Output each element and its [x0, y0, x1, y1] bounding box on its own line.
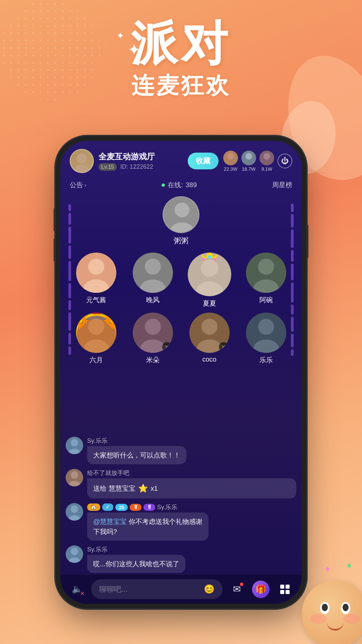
top-user-avatar-3 — [259, 151, 274, 165]
room-level: Lv.15 — [99, 163, 117, 171]
mic-grid-row1: 元气酱 晚风 — [67, 253, 295, 308]
mascot: ♦ ♦ ♦ ♦ — [295, 560, 362, 644]
mic-name-3: 夏夏 — [203, 299, 216, 308]
chat-message-2: 给不了就放手吧 送给 慧慧宝宝 ⭐ x1 — [66, 469, 296, 498]
badge-check: ✓ — [102, 503, 113, 511]
notice-button[interactable]: 公告 › — [70, 180, 86, 190]
room-header: 全麦互动游戏厅 Lv.15 ID: 1222622 收藏 — [60, 141, 302, 178]
sound-wave-right — [286, 193, 299, 366]
badge-home: 🏠 — [87, 503, 100, 511]
collect-button[interactable]: 收藏 — [188, 153, 219, 169]
emoji-icon[interactable]: 😊 — [204, 584, 215, 594]
chat-content-3: 🏠 ✓ 25 🎖 🎖 Sy.乐乐 @慧慧宝宝 你不考虑送我个礼物感谢下我吗? — [87, 503, 296, 541]
mascot-eye-right — [341, 602, 350, 614]
svg-point-9 — [175, 203, 189, 217]
svg-point-39 — [201, 319, 218, 335]
hero-subtitle: 连麦狂欢 — [0, 70, 362, 101]
mic-name-2: 晚风 — [146, 296, 160, 305]
chat-input[interactable]: 聊聊吧... 😊 — [91, 579, 223, 599]
mic-avatar-4 — [246, 253, 286, 293]
svg-point-26 — [258, 259, 274, 275]
header-right: 22.3W 16.7W — [223, 151, 292, 172]
mascot-mouth — [327, 621, 344, 631]
mascot-pupil-right — [343, 604, 349, 611]
svg-point-23 — [201, 259, 218, 277]
power-button[interactable]: ⏻ — [278, 154, 292, 168]
chat-username-2: 给不了就放手吧 — [87, 469, 296, 477]
svg-point-54 — [71, 548, 78, 555]
mic-name-8: 乐乐 — [259, 356, 273, 365]
mic-slot-2[interactable]: 晚风 — [127, 253, 178, 308]
top-user-avatar-1 — [223, 151, 238, 165]
mic-name-5: 六月 — [89, 356, 103, 365]
gift-button[interactable]: 🎁 — [252, 581, 269, 598]
top-user-count-3: 9.1W — [261, 166, 273, 172]
host-slot[interactable]: 粥粥 — [163, 196, 199, 246]
host-slot-name: 粥粥 — [174, 236, 188, 246]
phone-frame: 全麦互动游戏厅 Lv.15 ID: 1222622 收藏 — [60, 141, 302, 604]
mail-button[interactable]: ✉ — [228, 581, 245, 598]
chat-content-4: Sy.乐乐 哎...你们这些人我啥也不说了 — [87, 545, 296, 573]
badge-num: 25 — [115, 504, 128, 511]
mic-slot-8[interactable]: 乐乐 — [240, 313, 292, 365]
mascot-cheek-right — [344, 614, 360, 624]
mic-avatar-5: 帝 — [76, 313, 116, 353]
svg-rect-57 — [286, 585, 290, 589]
hero-section: ✦ ✦ 派对 连麦狂欢 — [0, 20, 362, 101]
svg-point-48 — [71, 471, 78, 479]
badge-rank2: 🎖 — [143, 504, 155, 511]
mic-slot-3[interactable]: 夏夏 — [184, 253, 235, 308]
chat-username-3: Sy.乐乐 — [157, 503, 178, 511]
svg-point-12 — [88, 259, 104, 275]
mascot-hand — [359, 637, 362, 644]
mic-avatar-7: ✕ — [189, 313, 230, 353]
sound-wave-left — [63, 193, 76, 366]
svg-point-3 — [227, 153, 234, 160]
mascot-body — [302, 580, 362, 644]
sparkle-icon: ✦ — [116, 30, 124, 41]
host-slot-avatar — [163, 196, 199, 233]
svg-point-42 — [258, 319, 274, 335]
svg-point-51 — [71, 505, 78, 513]
svg-point-45 — [71, 439, 78, 446]
room-name: 全麦互动游戏厅 — [99, 151, 183, 162]
mascot-sparkle-1: ♦ — [325, 564, 330, 574]
chat-content-1: Sy.乐乐 大家想听什么，可以点歌！！ — [87, 437, 296, 464]
svg-rect-56 — [280, 585, 284, 589]
top-user-count-2: 16.7W — [242, 166, 255, 172]
mic-slot-6[interactable]: ✕ 米朵 — [127, 313, 178, 365]
badge-row-3: 🏠 ✓ 25 🎖 🎖 Sy.乐乐 — [87, 503, 296, 511]
chat-content-2: 给不了就放手吧 送给 慧慧宝宝 ⭐ x1 — [87, 469, 296, 498]
mic-slot-7[interactable]: ✕ coco — [184, 313, 235, 365]
top-user-count-1: 22.3W — [224, 166, 237, 172]
mic-avatar-6: ✕ — [133, 313, 173, 353]
top-user-2: 16.7W — [241, 151, 256, 172]
top-user-3: 9.1W — [259, 151, 274, 172]
hero-title: 派对 — [131, 20, 231, 67]
svg-point-0 — [77, 153, 87, 163]
online-dot — [162, 183, 165, 187]
mute-button[interactable]: 🔈 ✕ — [68, 581, 86, 598]
svg-point-1 — [75, 164, 89, 173]
svg-point-36 — [145, 319, 161, 335]
chat-avatar-1 — [66, 437, 83, 454]
svg-point-7 — [263, 153, 270, 160]
weekly-rank-button[interactable]: 周星榜 — [272, 180, 292, 190]
mic-slot-1[interactable]: 元气酱 — [70, 253, 122, 308]
room-info: 全麦互动游戏厅 Lv.15 ID: 1222622 — [99, 151, 183, 171]
mascot-eye-left — [320, 602, 329, 614]
grid-button[interactable] — [276, 581, 294, 598]
top-user-1: 22.3W — [223, 151, 238, 172]
mic-slot-5[interactable]: 帝 六月 — [70, 313, 122, 365]
mute-icon-6: ✕ — [162, 342, 172, 352]
chat-bubble-3: @慧慧宝宝 你不考虑送我个礼物感谢下我吗? — [87, 513, 208, 541]
mic-name-4: 阿碗 — [259, 296, 273, 305]
stage-area: 粥粥 元气酱 — [60, 193, 302, 433]
chat-avatar-3 — [66, 503, 83, 521]
mic-name-6: 米朵 — [146, 356, 160, 365]
chat-message-1: Sy.乐乐 大家想听什么，可以点歌！！ — [66, 437, 296, 464]
mic-slot-4[interactable]: 阿碗 — [240, 253, 292, 308]
mic-avatar-8 — [246, 313, 286, 353]
chat-placeholder: 聊聊吧... — [99, 584, 127, 594]
mascot-sparkle-2: ♦ — [347, 560, 352, 571]
